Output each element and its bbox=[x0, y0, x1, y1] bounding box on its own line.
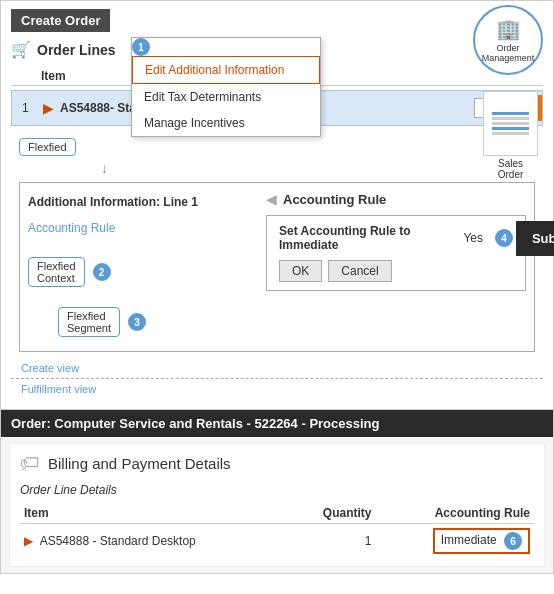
item-name-cell: AS54888 - Standard Desktop bbox=[40, 534, 196, 548]
quantity-header: Quantity bbox=[290, 503, 375, 524]
badge-4: 4 bbox=[495, 229, 513, 247]
billing-title: Billing and Payment Details bbox=[48, 455, 231, 472]
badge-6: 6 bbox=[504, 532, 522, 550]
flexfied-segment-row: FlexfiedSegment 3 bbox=[58, 305, 198, 339]
sales-order-graphic bbox=[483, 91, 538, 156]
immediate-value: Immediate 6 bbox=[433, 528, 530, 554]
item-column-header: Item bbox=[41, 69, 66, 83]
billing-section: 🏷 Billing and Payment Details Order Line… bbox=[9, 443, 545, 567]
line-number: 1 bbox=[22, 101, 37, 115]
billing-header: 🏷 Billing and Payment Details bbox=[20, 452, 534, 475]
fulfillment-view-label: Fulfillment view bbox=[21, 383, 533, 395]
order-management-label: OrderManagement bbox=[482, 43, 535, 63]
yes-value: Yes bbox=[463, 231, 483, 245]
cancel-button[interactable]: Cancel bbox=[328, 260, 391, 282]
badge-2: 2 bbox=[93, 263, 111, 281]
manage-incentives-menu-item[interactable]: Manage Incentives bbox=[132, 110, 320, 136]
qty-cell: 1 bbox=[290, 524, 375, 559]
sales-order-label: SalesOrder bbox=[478, 158, 543, 180]
view-labels: Create view bbox=[11, 358, 543, 378]
additional-info-panel: Additional Information: Line 1 Accountin… bbox=[19, 182, 535, 352]
accounting-rule-header: Accounting Rule bbox=[376, 503, 534, 524]
edit-tax-determinants-menu-item[interactable]: Edit Tax Determinants bbox=[132, 84, 320, 110]
billing-icon: 🏷 bbox=[20, 452, 40, 475]
details-table: Item Quantity Accounting Rule ▶ AS54888 … bbox=[20, 503, 534, 558]
order-line-details-title: Order Line Details bbox=[20, 483, 534, 497]
dropdown-menu: 1 Edit Additional Information Edit Tax D… bbox=[131, 37, 321, 137]
arrow-down-1: ↓ bbox=[101, 160, 543, 176]
accounting-rule-box-container: ◀ Accounting Rule Set Accounting Rule to… bbox=[266, 191, 526, 291]
order-management-icon: 🏢 OrderManagement bbox=[473, 5, 543, 75]
table-row: ▶ AS54888 - Standard Desktop 1 Immediate… bbox=[20, 524, 534, 559]
management-graphic: 🏢 bbox=[496, 17, 521, 41]
set-accounting-text: Set Accounting Rule to Immediate bbox=[279, 224, 455, 252]
right-title-row: ◀ Accounting Rule bbox=[266, 191, 526, 207]
badge-1: 1 bbox=[132, 38, 150, 56]
left-labels-area: Additional Information: Line 1 Accountin… bbox=[28, 191, 198, 343]
accounting-rule-box: Set Accounting Rule to Immediate Yes 4 O… bbox=[266, 215, 526, 291]
triangle-icon: ◀ bbox=[266, 191, 277, 207]
edit-additional-info-menu-item[interactable]: Edit Additional Information bbox=[132, 56, 320, 84]
accounting-rule-sublabel: Accounting Rule bbox=[28, 221, 198, 235]
cart-icon: 🛒 bbox=[11, 40, 31, 59]
item-cell: ▶ AS54888 - Standard Desktop bbox=[20, 524, 290, 559]
flexfied-context-tag: FlexfiedContext bbox=[28, 257, 85, 287]
product-icon: ▶ bbox=[43, 100, 54, 116]
ok-cancel-row: OK Cancel bbox=[279, 260, 513, 282]
flexfied-context-row: FlexfiedContext 2 bbox=[28, 255, 198, 289]
accounting-rule-title: Accounting Rule bbox=[283, 192, 386, 207]
submit-button[interactable]: Submit bbox=[516, 221, 554, 256]
fulfillment-view-label-area: Fulfillment view bbox=[11, 379, 543, 399]
sales-order-icon-area: SalesOrder bbox=[478, 91, 543, 180]
order-lines-title: Order Lines bbox=[37, 42, 116, 58]
flexfied-segment-tag: FlexfiedSegment bbox=[58, 307, 120, 337]
create-order-title: Create Order bbox=[11, 9, 110, 32]
create-view-label: Create view bbox=[21, 362, 533, 374]
immediate-text: Immediate bbox=[441, 533, 497, 547]
set-accounting-row: Set Accounting Rule to Immediate Yes 4 bbox=[279, 224, 513, 252]
bottom-section: Order: Computer Service and Rentals - 52… bbox=[0, 410, 554, 574]
panel-title-row: Additional Information: Line 1 bbox=[28, 195, 198, 209]
order-banner: Order: Computer Service and Rentals - 52… bbox=[1, 410, 553, 437]
ok-button[interactable]: OK bbox=[279, 260, 322, 282]
row-product-icon: ▶ bbox=[24, 534, 33, 548]
accounting-rule-cell: Immediate 6 bbox=[376, 524, 534, 559]
additional-info-title: Additional Information: Line 1 bbox=[28, 195, 198, 209]
item-header: Item bbox=[20, 503, 290, 524]
submit-area: 5 Submit bbox=[516, 221, 554, 256]
flexfied-tag: Flexfied bbox=[19, 138, 76, 156]
badge-3: 3 bbox=[128, 313, 146, 331]
